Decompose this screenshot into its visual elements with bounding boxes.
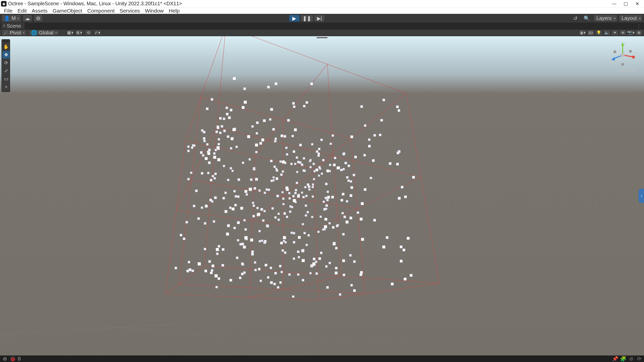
menu-help[interactable]: Help bbox=[166, 8, 182, 14]
svg-rect-138 bbox=[320, 139, 323, 141]
svg-rect-332 bbox=[325, 218, 327, 221]
svg-rect-470 bbox=[252, 202, 254, 204]
layers-dropdown[interactable]: Layers bbox=[594, 15, 617, 22]
svg-rect-118 bbox=[191, 269, 194, 272]
menu-services[interactable]: Services bbox=[117, 8, 143, 14]
svg-rect-289 bbox=[292, 295, 294, 298]
svg-point-538 bbox=[613, 50, 616, 53]
app-icon: ◈ bbox=[1, 1, 7, 7]
gizmos-toggle[interactable]: ⊕ bbox=[635, 30, 642, 36]
svg-rect-493 bbox=[317, 153, 320, 155]
svg-rect-215 bbox=[325, 183, 328, 185]
snap-rotation-button[interactable]: ⟲ bbox=[85, 30, 92, 36]
chevron-left-icon: ‹ bbox=[641, 194, 642, 198]
step-button[interactable]: ▶| bbox=[314, 15, 325, 22]
svg-rect-353 bbox=[259, 240, 261, 242]
svg-rect-483 bbox=[264, 192, 266, 194]
svg-rect-451 bbox=[407, 237, 410, 240]
menu-window[interactable]: Window bbox=[142, 8, 166, 14]
svg-rect-349 bbox=[291, 206, 293, 208]
camera-toggle[interactable]: 📷▾ bbox=[627, 30, 634, 36]
debug-draw-mode-button[interactable]: ◑▾ bbox=[579, 30, 586, 36]
status-sync-icon[interactable]: ⟳ bbox=[636, 356, 642, 361]
menu-file[interactable]: File bbox=[2, 8, 15, 14]
fx-toggle[interactable]: ✦ bbox=[611, 30, 618, 36]
menu-component[interactable]: Component bbox=[85, 8, 117, 14]
snap-increment-button[interactable]: ⊞▾ bbox=[76, 30, 83, 36]
menu-gameobject[interactable]: GameObject bbox=[50, 8, 85, 14]
minimize-button[interactable]: — bbox=[608, 0, 620, 7]
svg-rect-126 bbox=[262, 219, 264, 222]
svg-rect-123 bbox=[346, 176, 349, 179]
svg-rect-187 bbox=[205, 205, 208, 208]
svg-rect-295 bbox=[302, 169, 305, 172]
svg-rect-473 bbox=[209, 199, 212, 201]
svg-rect-505 bbox=[277, 219, 280, 221]
svg-rect-374 bbox=[203, 140, 206, 142]
status-pin-icon[interactable]: 📌 bbox=[612, 356, 618, 361]
grid-snap-button[interactable]: ▦▾ bbox=[67, 30, 74, 36]
svg-rect-524 bbox=[302, 196, 305, 198]
svg-rect-481 bbox=[360, 271, 363, 274]
svg-rect-497 bbox=[382, 245, 385, 248]
close-button[interactable]: ✕ bbox=[631, 0, 643, 7]
svg-rect-323 bbox=[318, 257, 321, 260]
tab-options-button[interactable]: ⋮ bbox=[635, 24, 642, 29]
svg-rect-511 bbox=[219, 117, 222, 120]
svg-rect-299 bbox=[243, 272, 246, 274]
svg-rect-253 bbox=[240, 207, 243, 210]
svg-rect-273 bbox=[260, 280, 262, 282]
account-button[interactable]: 👤 M ▾ bbox=[2, 15, 21, 22]
svg-rect-348 bbox=[249, 188, 252, 191]
svg-rect-211 bbox=[223, 129, 226, 132]
window-title-bar: ◈ Octree - SampleScene - Windows, Mac, L… bbox=[0, 0, 644, 7]
svg-rect-488 bbox=[302, 279, 304, 282]
svg-rect-147 bbox=[245, 228, 247, 231]
tab-scene[interactable]: # Scene bbox=[1, 23, 25, 29]
error-indicator[interactable]: ⊘ bbox=[2, 356, 8, 361]
svg-rect-219 bbox=[251, 253, 254, 256]
svg-rect-504 bbox=[318, 174, 320, 176]
svg-rect-110 bbox=[261, 240, 263, 242]
svg-rect-490 bbox=[368, 139, 370, 141]
projection-label[interactable]: ≤ Persp bbox=[609, 68, 636, 73]
svg-rect-526 bbox=[323, 228, 326, 230]
snap-scale-button[interactable]: ⤢▾ bbox=[94, 30, 101, 36]
status-debug-icon[interactable]: 🧩 bbox=[620, 356, 626, 361]
svg-rect-152 bbox=[247, 135, 250, 138]
pause-button[interactable]: ❚❚ bbox=[300, 15, 313, 22]
svg-rect-144 bbox=[201, 206, 203, 209]
svg-point-535 bbox=[621, 53, 625, 57]
svg-rect-429 bbox=[312, 195, 314, 198]
menu-assets[interactable]: Assets bbox=[29, 8, 50, 14]
play-button[interactable]: ▶ bbox=[289, 15, 300, 22]
lighting-toggle[interactable]: 💡 bbox=[595, 30, 602, 36]
svg-marker-534 bbox=[611, 57, 615, 61]
scene-viewport[interactable]: ✋ ✥ ⟳ ⤢ ▭ ✧ x y z ≤ Persp ‹ bbox=[0, 36, 644, 355]
cloud-button[interactable]: ☁ bbox=[23, 15, 32, 22]
svg-rect-266 bbox=[350, 284, 353, 287]
account-label: M bbox=[12, 15, 16, 21]
status-refresh-icon[interactable]: ⊘ bbox=[628, 356, 634, 361]
svg-rect-395 bbox=[246, 193, 248, 196]
svg-rect-270 bbox=[349, 217, 352, 219]
layout-dropdown[interactable]: Layout bbox=[619, 15, 642, 22]
settings-button[interactable]: ⚙ bbox=[34, 15, 43, 22]
maximize-button[interactable]: ▢ bbox=[620, 0, 631, 7]
pivot-toggle[interactable]: ☄ Pivot ▾ bbox=[2, 30, 27, 36]
search-button[interactable]: 🔍 bbox=[581, 15, 592, 22]
audio-toggle[interactable]: 🔈 bbox=[603, 30, 610, 36]
toggle-2d-button[interactable]: 2D bbox=[587, 30, 594, 36]
undo-history-button[interactable]: ↺ bbox=[571, 15, 580, 22]
visibility-toggle[interactable]: 👁 bbox=[619, 30, 626, 36]
history-icon: ↺ bbox=[573, 15, 578, 21]
orientation-gizmo[interactable]: x y z ≤ Persp bbox=[609, 41, 636, 76]
svg-rect-240 bbox=[254, 269, 257, 271]
svg-rect-220 bbox=[259, 142, 262, 145]
svg-rect-341 bbox=[226, 233, 229, 236]
svg-rect-430 bbox=[282, 160, 285, 163]
svg-rect-174 bbox=[296, 182, 298, 184]
global-toggle[interactable]: 🌐 Global ▾ bbox=[29, 30, 59, 36]
help-tab[interactable]: ‹ bbox=[638, 189, 644, 203]
menu-edit[interactable]: Edit bbox=[15, 8, 29, 14]
